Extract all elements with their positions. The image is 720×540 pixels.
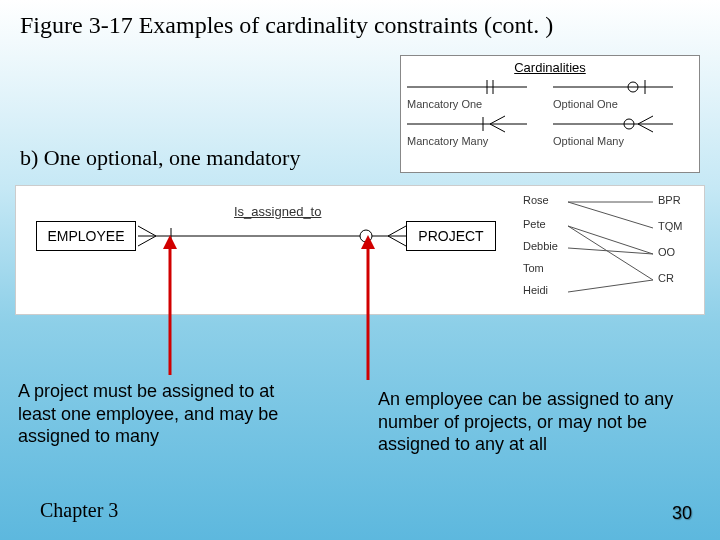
legend-heading: Cardinalities — [407, 60, 693, 75]
project-tqm: TQM — [658, 220, 682, 232]
svg-point-18 — [360, 230, 372, 242]
project-oo: OO — [658, 246, 675, 258]
optional-one-icon — [553, 77, 673, 97]
svg-line-22 — [568, 202, 653, 228]
project-cr: CR — [658, 272, 674, 284]
cardinality-legend: Cardinalities Mancatory One Optional One — [400, 55, 700, 173]
person-tom: Tom — [523, 262, 544, 274]
legend-label: Mancatory One — [407, 98, 482, 110]
project-bpr: BPR — [658, 194, 681, 206]
svg-line-12 — [638, 116, 653, 124]
svg-line-26 — [568, 280, 653, 292]
erd-panel: EMPLOYEE Is_assigned_to PROJECT Rose Pet… — [15, 185, 705, 315]
legend-mandatory-many: Mancatory Many — [407, 114, 547, 147]
instance-mapping: Rose Pete Debbie Tom Heidi BPR TQM OO CR — [523, 192, 698, 307]
mandatory-one-icon — [407, 77, 527, 97]
figure-title: Figure 3-17 Examples of cardinality cons… — [20, 12, 553, 39]
note-employee-side: An employee can be assigned to any numbe… — [378, 388, 698, 456]
svg-line-13 — [638, 124, 653, 132]
item-b-heading: b) One optional, one mandatory — [20, 145, 300, 171]
legend-label: Optional Many — [553, 135, 624, 147]
legend-label: Optional One — [553, 98, 618, 110]
svg-line-8 — [490, 116, 505, 124]
chapter-label: Chapter 3 — [40, 499, 118, 522]
svg-line-19 — [388, 226, 406, 236]
svg-line-20 — [388, 236, 406, 246]
svg-line-15 — [138, 226, 156, 236]
person-pete: Pete — [523, 218, 546, 230]
svg-line-23 — [568, 226, 653, 254]
note-project-side: A project must be assigned to at least o… — [18, 380, 298, 448]
person-debbie: Debbie — [523, 240, 558, 252]
svg-line-9 — [490, 124, 505, 132]
legend-optional-many: Optional Many — [553, 114, 693, 147]
svg-line-16 — [138, 236, 156, 246]
page-number: 30 — [672, 503, 692, 524]
legend-mandatory-one: Mancatory One — [407, 77, 547, 110]
mandatory-many-icon — [407, 114, 527, 134]
person-heidi: Heidi — [523, 284, 548, 296]
person-rose: Rose — [523, 194, 549, 206]
legend-label: Mancatory Many — [407, 135, 488, 147]
optional-many-icon — [553, 114, 673, 134]
legend-optional-one: Optional One — [553, 77, 693, 110]
